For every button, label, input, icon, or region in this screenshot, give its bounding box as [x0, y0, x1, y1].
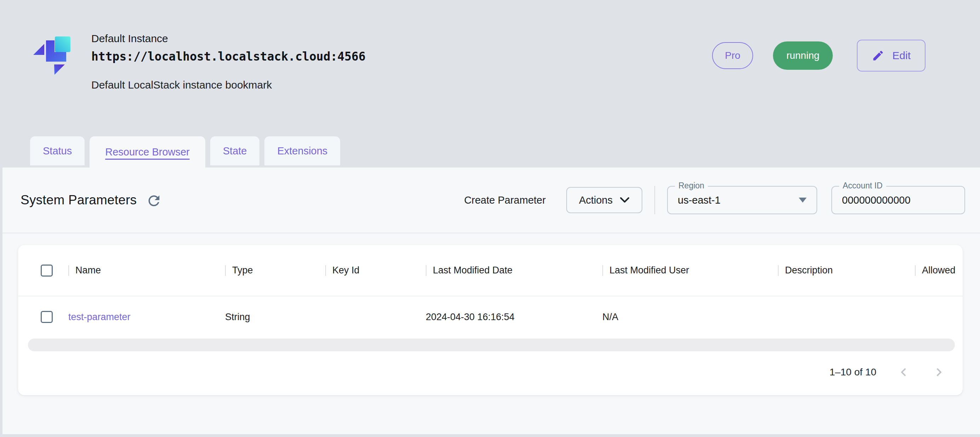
pagination-range-label: 1–10 of 10	[830, 367, 876, 378]
select-all-checkbox[interactable]	[41, 265, 53, 277]
edit-button-label: Edit	[892, 49, 911, 62]
toolbar: System Parameters Create Parameter Actio…	[3, 167, 980, 233]
instance-header: Default Instance https://localhost.local…	[91, 33, 366, 91]
region-select-value: us-east-1	[678, 195, 721, 206]
actions-button[interactable]: Actions	[566, 187, 642, 213]
previous-page-button[interactable]	[896, 364, 912, 380]
status-badge: running	[773, 41, 833, 70]
row-select-cell	[18, 297, 68, 338]
page-title: System Parameters	[21, 193, 137, 207]
account-id-label: Account ID	[839, 181, 886, 191]
edit-button[interactable]: Edit	[857, 40, 926, 72]
app-window: Default Instance https://localhost.local…	[0, 0, 980, 437]
cell-last-modified-date: 2024-04-30 16:16:54	[426, 297, 602, 338]
cell-type: String	[225, 297, 325, 338]
pagination: 1–10 of 10	[18, 351, 963, 393]
tab-status[interactable]: Status	[30, 136, 84, 165]
tab-extensions[interactable]: Extensions	[264, 136, 340, 165]
column-header-name: Name	[68, 245, 225, 296]
pencil-icon	[872, 49, 885, 62]
instance-url: https://localhost.localstack.cloud:4566	[91, 49, 366, 64]
dropdown-arrow-icon	[799, 198, 807, 203]
table-row: test-parameter String 2024-04-30 16:16:5…	[18, 297, 963, 338]
refresh-button[interactable]	[146, 193, 162, 210]
cell-allowed	[915, 297, 963, 338]
instance-title: Default Instance	[91, 33, 366, 45]
create-parameter-button[interactable]: Create Parameter	[464, 195, 546, 206]
parameter-name-link[interactable]: test-parameter	[68, 312, 130, 323]
chevron-down-icon	[620, 197, 630, 203]
chevron-left-icon	[896, 364, 912, 380]
select-all-cell	[18, 245, 68, 296]
tab-bar: Status Resource Browser State Extensions	[30, 136, 340, 167]
chevron-right-icon	[931, 364, 947, 380]
cell-description	[778, 297, 915, 338]
refresh-icon	[146, 193, 162, 209]
resource-browser-panel: System Parameters Create Parameter Actio…	[3, 167, 980, 434]
toolbar-divider	[654, 186, 655, 214]
next-page-button[interactable]	[931, 364, 947, 380]
cell-last-modified-user: N/A	[602, 297, 778, 338]
cell-key-id	[325, 297, 426, 338]
tab-state[interactable]: State	[210, 136, 260, 165]
region-select-label: Region	[675, 181, 708, 191]
table-header-row: Name Type Key Id Last Modified Date Last…	[18, 245, 963, 297]
account-id-value: 000000000000	[842, 195, 911, 206]
parameters-table-card: Name Type Key Id Last Modified Date Last…	[18, 245, 963, 395]
column-header-type: Type	[225, 245, 325, 296]
column-header-allowed: Allowed	[915, 245, 963, 296]
column-header-last-modified-date: Last Modified Date	[426, 245, 602, 296]
header-badges: Pro running Edit	[712, 40, 926, 72]
row-checkbox[interactable]	[41, 311, 53, 323]
instance-description: Default LocalStack instance bookmark	[91, 79, 366, 91]
horizontal-scrollbar[interactable]	[28, 338, 955, 351]
localstack-logo-icon	[33, 35, 75, 79]
account-id-field[interactable]: Account ID 000000000000	[831, 186, 965, 214]
pro-badge: Pro	[712, 42, 753, 69]
panel-divider	[3, 233, 980, 233]
tab-resource-browser[interactable]: Resource Browser	[89, 136, 205, 167]
actions-button-label: Actions	[579, 195, 612, 206]
region-select[interactable]: Region us-east-1	[667, 186, 817, 214]
column-header-description: Description	[778, 245, 915, 296]
column-header-key-id: Key Id	[325, 245, 426, 296]
column-header-last-modified-user: Last Modified User	[602, 245, 778, 296]
